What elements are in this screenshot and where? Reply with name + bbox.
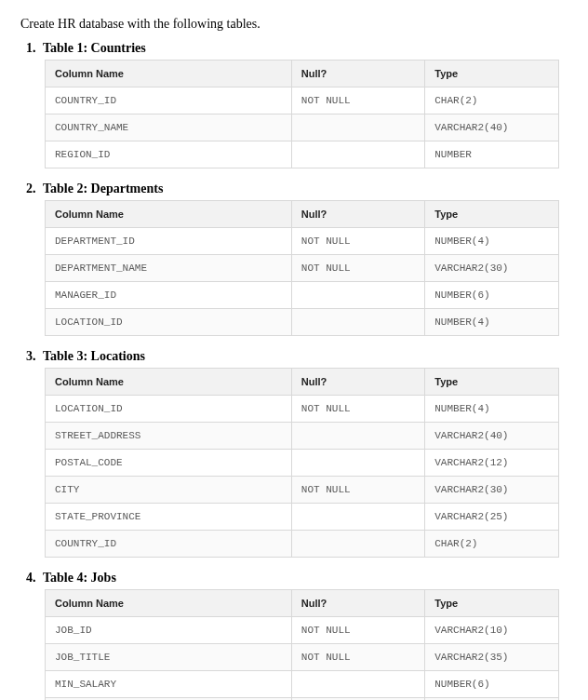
header-null: Null? xyxy=(291,201,424,228)
schema-table: Column NameNull?TypeJOB_IDNOT NULLVARCHA… xyxy=(45,589,559,700)
cell-column-name: JOB_TITLE xyxy=(46,644,292,671)
cell-null xyxy=(291,531,424,558)
cell-column-name: JOB_ID xyxy=(46,617,292,644)
cell-null: NOT NULL xyxy=(291,255,424,282)
cell-type: VARCHAR2(12) xyxy=(425,450,558,477)
cell-null xyxy=(291,141,424,168)
cell-type: CHAR(2) xyxy=(425,531,558,558)
table-row: MIN_SALARYNUMBER(6) xyxy=(46,671,559,698)
header-column-name: Column Name xyxy=(46,369,292,396)
cell-type: NUMBER xyxy=(425,141,558,168)
cell-column-name: LOCATION_ID xyxy=(46,396,292,423)
table-heading: 1.Table 1: Countries xyxy=(20,41,568,56)
cell-column-name: DEPARTMENT_NAME xyxy=(46,255,292,282)
heading-number: 4. xyxy=(26,571,43,586)
table-header-row: Column NameNull?Type xyxy=(46,590,559,617)
cell-type: NUMBER(6) xyxy=(425,282,558,309)
heading-title: Table 2: Departments xyxy=(43,182,163,195)
cell-null xyxy=(291,450,424,477)
cell-type: VARCHAR2(35) xyxy=(425,644,558,671)
table-row: LOCATION_IDNUMBER(4) xyxy=(46,309,559,336)
cell-column-name: LOCATION_ID xyxy=(46,309,292,336)
heading-number: 2. xyxy=(26,182,43,196)
heading-title: Table 4: Jobs xyxy=(43,571,116,585)
cell-type: VARCHAR2(40) xyxy=(425,114,558,141)
table-row: COUNTRY_NAMEVARCHAR2(40) xyxy=(46,114,559,141)
cell-type: VARCHAR2(30) xyxy=(425,255,558,282)
cell-type: VARCHAR2(25) xyxy=(425,504,558,531)
schema-table: Column NameNull?TypeLOCATION_IDNOT NULLN… xyxy=(45,368,559,558)
table-heading: 3.Table 3: Locations xyxy=(20,349,568,364)
table-row: LOCATION_IDNOT NULLNUMBER(4) xyxy=(46,396,559,423)
table-heading: 2.Table 2: Departments xyxy=(20,182,568,196)
cell-null xyxy=(291,423,424,450)
table-row: STREET_ADDRESSVARCHAR2(40) xyxy=(46,423,559,450)
cell-null xyxy=(291,309,424,336)
cell-column-name: COUNTRY_ID xyxy=(46,88,292,114)
header-column-name: Column Name xyxy=(46,590,292,617)
cell-column-name: MIN_SALARY xyxy=(46,671,292,698)
cell-null xyxy=(291,504,424,531)
cell-column-name: CITY xyxy=(46,477,292,504)
header-type: Type xyxy=(425,590,558,617)
cell-column-name: POSTAL_CODE xyxy=(46,450,292,477)
cell-null xyxy=(291,114,424,141)
cell-null: NOT NULL xyxy=(291,644,424,671)
intro-text: Create HR database with the following ta… xyxy=(20,17,568,32)
heading-number: 1. xyxy=(26,41,43,56)
heading-title: Table 3: Locations xyxy=(43,349,145,363)
table-row: JOB_TITLENOT NULLVARCHAR2(35) xyxy=(46,644,559,671)
table-row: COUNTRY_IDCHAR(2) xyxy=(46,531,559,558)
table-row: POSTAL_CODEVARCHAR2(12) xyxy=(46,450,559,477)
cell-type: VARCHAR2(40) xyxy=(425,423,558,450)
cell-column-name: COUNTRY_ID xyxy=(46,531,292,558)
header-type: Type xyxy=(425,61,558,88)
table-header-row: Column NameNull?Type xyxy=(46,61,559,88)
cell-type: NUMBER(4) xyxy=(425,228,558,255)
cell-null: NOT NULL xyxy=(291,477,424,504)
cell-type: NUMBER(4) xyxy=(425,396,558,423)
cell-null xyxy=(291,671,424,698)
table-row: REGION_IDNUMBER xyxy=(46,141,559,168)
table-row: COUNTRY_IDNOT NULLCHAR(2) xyxy=(46,88,559,114)
schema-table: Column NameNull?TypeCOUNTRY_IDNOT NULLCH… xyxy=(45,60,559,168)
table-header-row: Column NameNull?Type xyxy=(46,369,559,396)
cell-null: NOT NULL xyxy=(291,228,424,255)
heading-title: Table 1: Countries xyxy=(43,41,146,55)
table-header-row: Column NameNull?Type xyxy=(46,201,559,228)
table-row: JOB_IDNOT NULLVARCHAR2(10) xyxy=(46,617,559,644)
cell-column-name: STATE_PROVINCE xyxy=(46,504,292,531)
table-row: MANAGER_IDNUMBER(6) xyxy=(46,282,559,309)
header-type: Type xyxy=(425,201,558,228)
cell-null: NOT NULL xyxy=(291,396,424,423)
cell-type: NUMBER(6) xyxy=(425,671,558,698)
header-null: Null? xyxy=(291,590,424,617)
cell-column-name: DEPARTMENT_ID xyxy=(46,228,292,255)
table-row: DEPARTMENT_IDNOT NULLNUMBER(4) xyxy=(46,228,559,255)
cell-column-name: MANAGER_ID xyxy=(46,282,292,309)
table-row: STATE_PROVINCEVARCHAR2(25) xyxy=(46,504,559,531)
cell-type: VARCHAR2(10) xyxy=(425,617,558,644)
header-null: Null? xyxy=(291,369,424,396)
cell-type: CHAR(2) xyxy=(425,88,558,114)
cell-column-name: REGION_ID xyxy=(46,141,292,168)
table-heading: 4.Table 4: Jobs xyxy=(20,571,568,586)
header-column-name: Column Name xyxy=(46,201,292,228)
header-column-name: Column Name xyxy=(46,61,292,88)
cell-null: NOT NULL xyxy=(291,88,424,114)
cell-type: VARCHAR2(30) xyxy=(425,477,558,504)
table-row: CITYNOT NULLVARCHAR2(30) xyxy=(46,477,559,504)
table-row: DEPARTMENT_NAMENOT NULLVARCHAR2(30) xyxy=(46,255,559,282)
cell-null xyxy=(291,282,424,309)
cell-column-name: STREET_ADDRESS xyxy=(46,423,292,450)
heading-number: 3. xyxy=(26,349,43,364)
cell-null: NOT NULL xyxy=(291,617,424,644)
schema-table: Column NameNull?TypeDEPARTMENT_IDNOT NUL… xyxy=(45,200,559,336)
header-null: Null? xyxy=(291,61,424,88)
cell-column-name: COUNTRY_NAME xyxy=(46,114,292,141)
cell-type: NUMBER(4) xyxy=(425,309,558,336)
header-type: Type xyxy=(425,369,558,396)
